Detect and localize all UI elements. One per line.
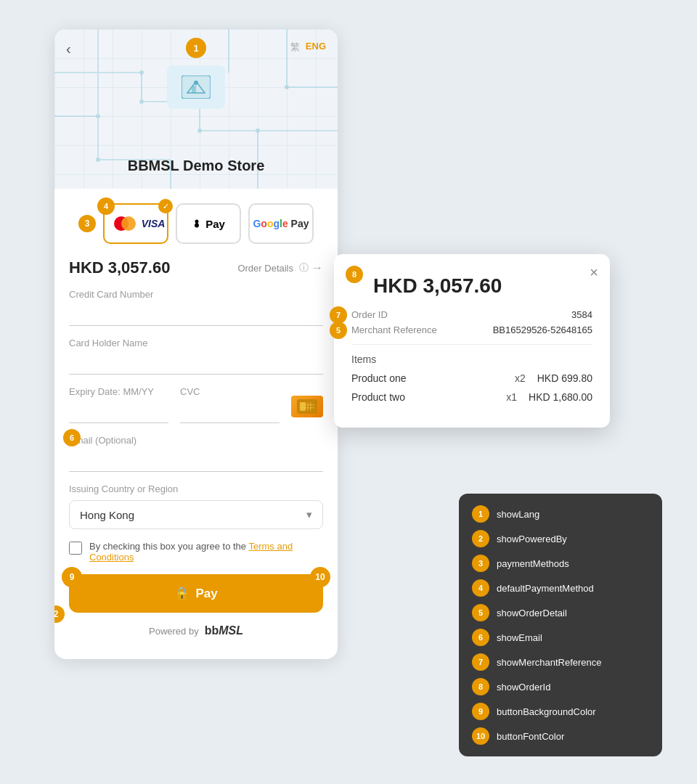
order-id-label: Order ID (351, 309, 388, 320)
svg-point-18 (285, 85, 289, 89)
cvc-label: CVC (180, 386, 280, 397)
lang-eng[interactable]: ENG (306, 41, 326, 54)
cardholder-input[interactable] (69, 353, 323, 375)
feature-item-4: 4 defaultPaymentMethod (472, 579, 649, 597)
expiry-label: Expiry Date: MM/YY (69, 386, 168, 397)
svg-rect-31 (310, 402, 311, 411)
cvc-input[interactable] (180, 401, 280, 423)
svg-point-19 (96, 114, 100, 118)
popup-amount: HKD 3,057.60 (373, 274, 592, 298)
pay-button[interactable]: 🔒 Pay (69, 574, 323, 613)
card-header: ‹ 1 繁 ENG BBMSL Demo Store (54, 29, 338, 189)
item-row-2: Product two x1 HKD 1,680.00 (351, 391, 592, 403)
badge-3: 3 (78, 215, 96, 232)
selected-check: ✓ (158, 199, 173, 213)
feature-item-9: 9 buttonBackgroundColor (472, 703, 649, 720)
powered-by: 2 Powered by bbMSL (54, 613, 338, 637)
bbmsl-logo: bbMSL (205, 624, 243, 637)
language-selector[interactable]: 繁 ENG (290, 41, 326, 54)
feature-item-7: 7 showMerchantReference (472, 653, 649, 671)
main-container: ‹ 1 繁 ENG BBMSL Demo Store (0, 0, 697, 784)
card-chip-icon (291, 396, 323, 417)
googlepay-icon: Google Pay (253, 218, 309, 229)
svg-point-25 (194, 81, 198, 85)
item-2-qty: x1 (506, 391, 517, 403)
powered-by-label: Powered by (149, 626, 199, 637)
badge-6: 6 (63, 429, 81, 446)
item-1-name: Product one (351, 372, 503, 384)
badge-4: 4 (97, 197, 115, 215)
step-badge-1: 1 (186, 38, 206, 58)
item-row-1: Product one x2 HKD 699.80 (351, 372, 592, 384)
mastercard-icon (107, 216, 139, 231)
order-popup: × 8 HKD 3,057.60 7 Order ID 3584 5 Merch… (334, 254, 610, 428)
country-label: Issuing Country or Region (69, 483, 323, 494)
terms-checkbox[interactable] (69, 542, 82, 555)
credit-card-label: Credit Card Number (69, 289, 323, 300)
svg-point-14 (139, 99, 144, 104)
form-section: Credit Card Number Card Holder Name Expi… (54, 277, 338, 472)
items-label: Items (351, 354, 592, 365)
arrow-icon: → (311, 261, 323, 274)
badge-8: 8 (346, 266, 363, 283)
order-id-row: Order ID 3584 (351, 309, 592, 320)
visa-icon: VISA (142, 218, 166, 229)
badge-9: 9 (62, 567, 82, 587)
credit-card-input[interactable] (69, 304, 323, 326)
payment-method-applepay[interactable]: Pay (176, 203, 241, 244)
feature-item-5: 5 showOrderDetail (472, 604, 649, 621)
amount-row: HKD 3,057.60 Order Details ⓘ → (54, 244, 338, 277)
credit-card-field: Credit Card Number (69, 289, 323, 326)
back-button[interactable]: ‹ (66, 41, 71, 57)
pay-label: Pay (195, 587, 217, 601)
popup-divider (351, 344, 592, 345)
cardholder-label: Card Holder Name (69, 338, 323, 348)
cvc-field: CVC (180, 386, 280, 423)
email-field-wrapper: 6 Email (Optional) (69, 435, 323, 472)
pay-button-wrapper: 9 10 🔒 Pay (54, 574, 338, 613)
svg-point-16 (197, 128, 202, 133)
svg-rect-30 (307, 402, 309, 411)
feature-item-2: 2 showPoweredBy (472, 530, 649, 547)
expiry-cvc-row: Expiry Date: MM/YY CVC (69, 386, 323, 423)
email-label: Email (Optional) (69, 435, 323, 446)
popup-close-button[interactable]: × (590, 264, 598, 281)
svg-rect-24 (192, 86, 196, 93)
feature-item-6: 6 showEmail (472, 629, 649, 646)
country-section: Issuing Country or Region Hong Kong ▾ (54, 483, 338, 529)
store-name: BBMSL Demo Store (54, 158, 338, 174)
badge-10: 10 (310, 567, 330, 587)
applepay-icon: Pay (192, 218, 225, 230)
svg-point-13 (139, 70, 144, 75)
lang-zh[interactable]: 繁 (290, 41, 300, 54)
country-value: Hong Kong (80, 509, 134, 521)
feature-item-8: 8 showOrderId (472, 678, 649, 695)
payment-method-googlepay[interactable]: Google Pay (248, 203, 314, 244)
item-1-qty: x2 (515, 372, 526, 384)
svg-rect-27 (300, 402, 306, 411)
payment-methods-row: 3 ✓ 4 VISA Pay (54, 189, 338, 244)
store-logo (167, 65, 225, 109)
feature-item-1: 1 showLang (472, 505, 649, 523)
svg-point-20 (256, 128, 260, 133)
amount-value: HKD 3,057.60 (69, 258, 170, 277)
feature-item-3: 3 paymentMethods (472, 555, 649, 572)
country-select[interactable]: Hong Kong ▾ (69, 500, 323, 529)
badge-5: 5 (330, 322, 347, 339)
feature-item-10: 10 buttonFontColor (472, 727, 649, 745)
merchant-ref-value: BB16529526-52648165 (493, 324, 592, 335)
email-input[interactable] (69, 450, 323, 472)
expiry-input[interactable] (69, 401, 168, 423)
item-2-name: Product two (351, 391, 494, 403)
badge-7: 7 (330, 306, 347, 324)
info-icon: ⓘ (299, 261, 309, 274)
order-id-value: 3584 (571, 309, 592, 320)
payment-method-card[interactable]: ✓ 4 VISA (103, 203, 168, 244)
order-details-link[interactable]: Order Details ⓘ → (237, 261, 323, 274)
feature-list: 1 showLang 2 showPoweredBy 3 paymentMeth… (459, 494, 662, 756)
terms-text: By checking this box you agree to the Te… (89, 541, 323, 563)
item-1-price: HKD 699.80 (537, 372, 592, 384)
lock-icon: 🔒 (174, 586, 189, 601)
cardholder-field: Card Holder Name (69, 338, 323, 375)
merchant-ref-label: Merchant Reference (351, 324, 437, 335)
